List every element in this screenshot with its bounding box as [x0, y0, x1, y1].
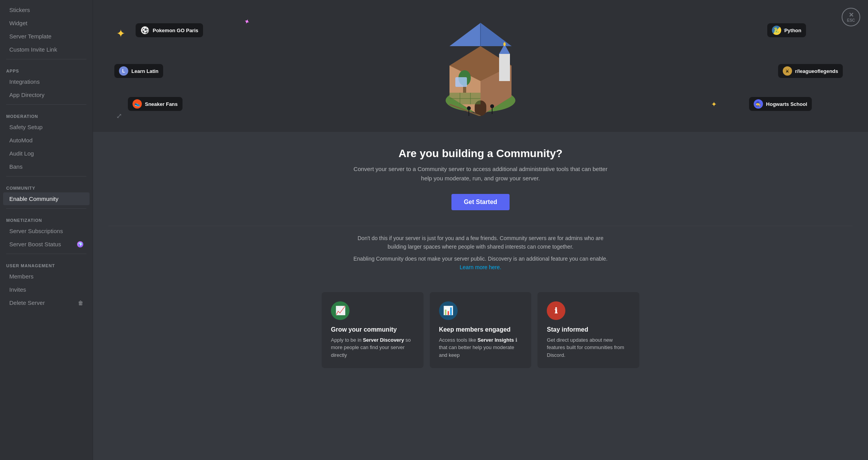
- esc-label: ESC: [847, 18, 855, 22]
- disclaimer-area: Don't do this if your server is just for…: [93, 226, 868, 283]
- svg-rect-7: [499, 54, 510, 81]
- pokemon-icon: ⚽: [140, 26, 150, 35]
- sidebar-item-bans[interactable]: Bans: [3, 160, 90, 173]
- sidebar-section-apps: APPS: [0, 62, 93, 75]
- engage-icon: 📊: [439, 301, 458, 320]
- sidebar-item-enable-community[interactable]: Enable Community: [3, 192, 90, 205]
- sidebar-section-user-management: USER MANAGEMENT: [0, 257, 93, 270]
- sidebar-item-app-directory[interactable]: App Directory: [3, 88, 90, 101]
- svg-point-16: [490, 104, 494, 108]
- server-card-sneaker-label: Sneaker Fans: [145, 101, 178, 107]
- sidebar-section-community: COMMUNITY: [0, 180, 93, 192]
- star-left: ✦: [116, 27, 125, 40]
- boost-icon: 💎: [77, 241, 83, 247]
- server-card-pokemon[interactable]: ⚽ Pokemon GO Paris: [136, 23, 203, 37]
- sidebar-section-monetization: MONETIZATION: [0, 212, 93, 224]
- server-card-hogwarts-label: Hogwarts School: [766, 101, 807, 107]
- informed-icon: ℹ: [547, 301, 565, 320]
- sidebar-item-stickers[interactable]: Stickers: [3, 3, 90, 16]
- feature-card-informed: ℹ Stay informed Get direct updates about…: [537, 292, 639, 368]
- sidebar-item-widget[interactable]: Widget: [3, 17, 90, 29]
- sidebar-item-custom-invite-link[interactable]: Custom Invite Link: [3, 43, 90, 56]
- trash-icon: 🗑: [78, 300, 83, 306]
- main-content: ⚽ Pokemon GO Paris 🐍 Python L Learn Lati…: [93, 0, 868, 460]
- server-card-latin-label: Learn Latin: [131, 68, 158, 74]
- sidebar-item-server-subscriptions[interactable]: Server Subscriptions: [3, 225, 90, 237]
- sidebar-item-automod[interactable]: AutoMod: [3, 134, 90, 147]
- grow-desc: Apply to be in Server Discovery so more …: [331, 336, 414, 359]
- sidebar-item-audit-log[interactable]: Audit Log: [3, 147, 90, 160]
- grow-title: Grow your community: [331, 326, 414, 333]
- engage-desc: Access tools like Server Insights ℹ that…: [439, 336, 522, 359]
- feature-cards: 📈 Grow your community Apply to be in Ser…: [306, 283, 655, 378]
- svg-marker-3: [480, 23, 512, 46]
- svg-point-15: [467, 106, 471, 110]
- sidebar-item-server-boost-status[interactable]: Server Boost Status 💎: [3, 238, 90, 251]
- feature-card-grow: 📈 Grow your community Apply to be in Ser…: [322, 292, 424, 368]
- sparkle-top: · · ·: [783, 27, 785, 31]
- sidebar-section-moderation: MODERATION: [0, 108, 93, 120]
- community-title: Are you building a Community?: [349, 147, 612, 160]
- server-card-python-label: Python: [784, 28, 801, 33]
- sidebar-divider-5: [6, 254, 86, 254]
- sidebar-divider-3: [6, 176, 86, 176]
- star-bottom-right: ✦: [711, 100, 717, 109]
- resize-icon: ⤢: [116, 112, 122, 120]
- sidebar-item-integrations[interactable]: Integrations: [3, 75, 90, 88]
- grow-icon: 📈: [331, 301, 350, 320]
- esc-button[interactable]: ✕ ESC: [842, 8, 860, 26]
- svg-point-9: [503, 42, 506, 46]
- sidebar-item-server-template[interactable]: Server Template: [3, 30, 90, 43]
- sidebar-divider-2: [6, 104, 86, 105]
- server-card-league-label: r/leagueoflegends: [795, 68, 838, 74]
- server-card-latin[interactable]: L Learn Latin: [114, 64, 163, 78]
- latin-icon: L: [119, 66, 128, 76]
- hogwarts-icon: 🧙: [754, 99, 763, 109]
- community-subtitle: Convert your server to a Community serve…: [349, 164, 612, 183]
- disclaimer-text-1: Don't do this if your server is just for…: [333, 234, 628, 251]
- sidebar-item-members[interactable]: Members: [3, 270, 90, 283]
- sidebar: Stickers Widget Server Template Custom I…: [0, 0, 93, 460]
- server-card-pokemon-label: Pokemon GO Paris: [153, 28, 198, 33]
- informed-title: Stay informed: [547, 326, 630, 333]
- community-section: Are you building a Community? Convert yo…: [326, 132, 636, 226]
- sneaker-icon: 👟: [133, 99, 142, 109]
- informed-desc: Get direct updates about new features bu…: [547, 336, 630, 359]
- sidebar-item-delete-server[interactable]: Delete Server 🗑: [3, 296, 90, 309]
- disclaimer-text-2: Enabling Community does not make your se…: [333, 254, 628, 272]
- server-card-python[interactable]: 🐍 Python: [767, 23, 806, 37]
- league-icon: ⚔: [783, 66, 792, 76]
- sidebar-item-invites[interactable]: Invites: [3, 283, 90, 296]
- hero-area: ⚽ Pokemon GO Paris 🐍 Python L Learn Lati…: [93, 0, 868, 132]
- iso-building: [438, 15, 523, 117]
- sidebar-item-safety-setup[interactable]: Safety Setup: [3, 121, 90, 133]
- sidebar-divider-4: [6, 208, 86, 209]
- svg-rect-13: [455, 77, 467, 87]
- server-card-hogwarts[interactable]: 🧙 Hogwarts School: [749, 97, 812, 111]
- sidebar-divider-1: [6, 59, 86, 59]
- get-started-button[interactable]: Get Started: [451, 194, 510, 210]
- close-icon: ✕: [849, 12, 854, 18]
- server-card-sneaker[interactable]: 👟 Sneaker Fans: [128, 97, 183, 111]
- engage-title: Keep members engaged: [439, 326, 522, 333]
- learn-more-link[interactable]: Learn more here.: [460, 264, 501, 270]
- feature-card-engage: 📊 Keep members engaged Access tools like…: [430, 292, 532, 368]
- server-card-league[interactable]: ⚔ r/leagueoflegends: [778, 64, 843, 78]
- python-icon: 🐍: [772, 26, 781, 35]
